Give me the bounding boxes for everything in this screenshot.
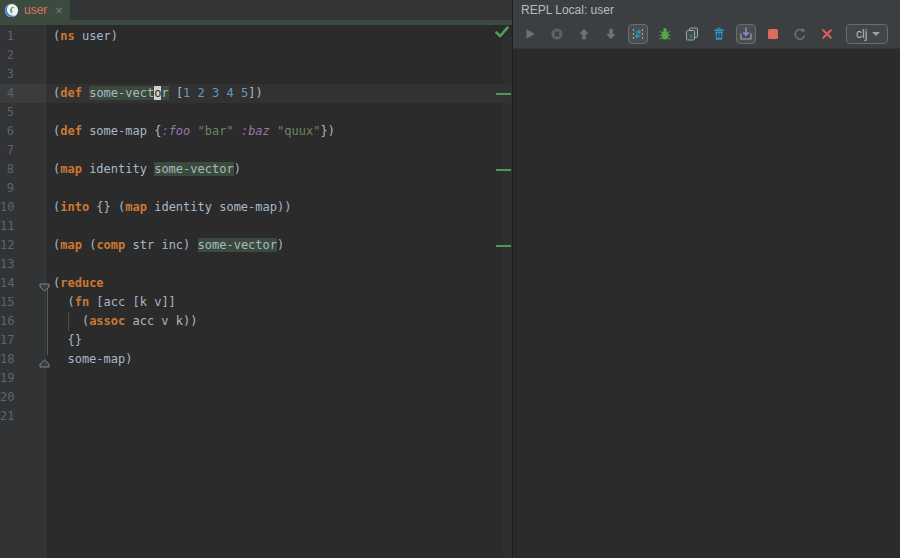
fold-start-icon[interactable] [39, 279, 50, 288]
stripe-occurrence-mark[interactable] [496, 245, 511, 247]
close-button[interactable] [817, 24, 837, 44]
code-token [219, 86, 226, 100]
code-token: {} [53, 333, 82, 347]
line-number: 5 [0, 103, 46, 122]
code-token: into [60, 200, 89, 214]
rerun-button [790, 24, 810, 44]
code-token [270, 124, 277, 138]
repl-language-label: clj [856, 27, 867, 41]
history-next-button [601, 24, 621, 44]
ide-window: user × 1(ns user)234(def some-vector [1 … [0, 0, 900, 558]
code-token: [acc [k v]] [89, 295, 176, 309]
line-number: 19 [0, 369, 46, 388]
code-line-text: some-map) [46, 350, 512, 369]
stop-button[interactable] [763, 24, 783, 44]
code-line-text: {} [46, 331, 512, 350]
code-token: def [60, 86, 82, 100]
code-token: map [125, 200, 147, 214]
code-line-text: (assoc acc v k)) [46, 312, 512, 331]
code-token: def [60, 124, 82, 138]
clear-button[interactable] [709, 24, 729, 44]
code-line-text: (reduce [46, 274, 512, 293]
code-editor[interactable]: 1(ns user)234(def some-vector [1 2 3 4 5… [0, 25, 512, 558]
history-next-icon [603, 26, 619, 42]
line-number: 8 [0, 160, 46, 179]
code-line: 4(def some-vector [1 2 3 4 5]) [0, 84, 512, 103]
tab-close-icon[interactable]: × [55, 4, 63, 17]
code-line: 19 [0, 369, 512, 388]
code-line-text [46, 217, 512, 236]
bug-icon [657, 26, 673, 42]
code-line-text [46, 103, 512, 122]
code-token: some-vector [154, 162, 233, 176]
code-token: [ [169, 86, 183, 100]
code-token: {} ( [89, 200, 125, 214]
code-line: 21 [0, 407, 512, 426]
history-previous-icon [576, 26, 592, 42]
code-line-text [46, 369, 512, 388]
code-token [190, 86, 197, 100]
code-line: 20 [0, 388, 512, 407]
code-line-text [46, 141, 512, 160]
code-token: :foo [161, 124, 190, 138]
line-number: 4 [0, 84, 46, 103]
code-line: 3 [0, 65, 512, 84]
code-token: ( [82, 238, 96, 252]
code-line: 8(map identity some-vector) [0, 160, 512, 179]
code-line: 15 (fn [acc [k v]] [0, 293, 512, 312]
repl-header: REPL Local: user [513, 0, 900, 20]
code-token: identity some-map)) [147, 200, 292, 214]
line-number: 14 [0, 274, 46, 293]
code-token: ) [277, 238, 284, 252]
interrupt-icon [549, 26, 565, 42]
copy-button[interactable]: s [682, 24, 702, 44]
repl-language-selector[interactable]: clj [846, 24, 888, 44]
chevron-down-icon [872, 32, 880, 36]
code-line-text: (def some-map {:foo "bar" :baz "quux"}) [46, 122, 512, 141]
code-token: ns [60, 29, 74, 43]
line-number: 9 [0, 179, 46, 198]
code-token: identity [82, 162, 154, 176]
stripe-occurrence-mark[interactable] [496, 93, 511, 95]
code-token: some-vector [198, 238, 277, 252]
code-line-text: (fn [acc [k v]] [46, 293, 512, 312]
code-token: some-map) [53, 352, 132, 366]
scroll-to-end-button[interactable] [736, 24, 756, 44]
code-token: map [60, 238, 82, 252]
code-token: 4 [227, 86, 234, 100]
line-number: 6 [0, 122, 46, 141]
fold-region-line [47, 288, 48, 355]
code-line: 14(reduce [0, 274, 512, 293]
bug-button[interactable] [655, 24, 675, 44]
code-line: 6(def some-map {:foo "bar" :baz "quux"}) [0, 122, 512, 141]
code-line-text [46, 65, 512, 84]
code-token [234, 124, 241, 138]
code-token: ) [234, 162, 241, 176]
code-token [190, 124, 197, 138]
tab-user[interactable]: user × [0, 0, 70, 20]
code-token: }) [320, 124, 334, 138]
clear-icon [711, 26, 727, 42]
code-token: comp [96, 238, 125, 252]
fold-end-icon[interactable] [39, 355, 50, 364]
code-token [205, 86, 212, 100]
run-button [520, 24, 540, 44]
code-token: fn [75, 295, 89, 309]
line-number: 15 [0, 293, 46, 312]
line-number: 2 [0, 46, 46, 65]
code-line: 9 [0, 179, 512, 198]
stop-icon [765, 26, 781, 42]
code-token: "quux" [277, 124, 320, 138]
line-number: 1 [0, 27, 46, 46]
code-token: str inc) [125, 238, 197, 252]
code-token: some-map { [82, 124, 161, 138]
repl-output[interactable] [513, 49, 900, 558]
code-token: map [60, 162, 82, 176]
repl-title: REPL Local: user [521, 3, 614, 17]
editor-tabbar: user × [0, 0, 512, 20]
code-line-text [46, 388, 512, 407]
soft-wrap-button[interactable] [628, 24, 648, 44]
code-token: user) [75, 29, 118, 43]
inspection-ok-icon[interactable] [495, 26, 509, 41]
stripe-occurrence-mark[interactable] [496, 169, 511, 171]
